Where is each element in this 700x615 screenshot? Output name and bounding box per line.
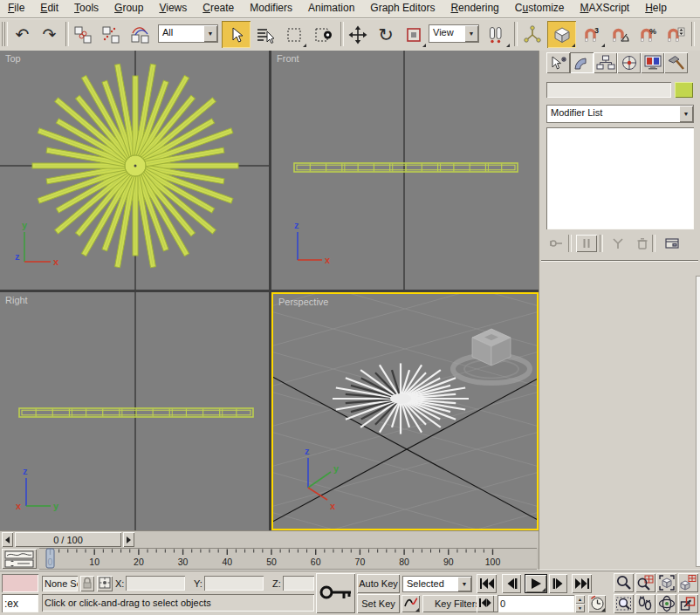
selection-lock-toggle[interactable] [80,576,94,591]
reference-coordinate-combo[interactable]: View▼ [429,24,479,43]
menu-file[interactable]: File [0,0,32,17]
z-coord-field[interactable] [283,576,314,591]
rollout-scroll-strip[interactable] [696,276,700,567]
chevron-down-icon[interactable]: ▼ [464,25,478,42]
menu-customize[interactable]: Customize [507,0,573,17]
percent-snap-button[interactable]: % [636,21,662,48]
next-frame-icon [552,577,566,590]
select-and-rotate-button[interactable]: ↻ [373,21,399,48]
zoom-region-button[interactable] [614,594,634,613]
maxscript-listener-pink[interactable] [2,574,38,592]
track-bar-ruler[interactable]: 0102030405060708090100 [39,548,537,570]
set-key-button[interactable]: Set Key [357,594,400,613]
viewport-perspective[interactable]: zyx Perspective [271,292,539,530]
menu-group[interactable]: Group [106,0,151,17]
frame-spinner[interactable]: ▲ ▼ [575,595,585,612]
time-slider-prev-button[interactable] [2,532,13,547]
arc-rotate-button[interactable] [656,594,676,613]
current-frame-field[interactable]: 0 [498,595,574,612]
default-tangent-button[interactable] [401,595,420,612]
snaps-toggle-button[interactable] [547,21,576,48]
select-and-manipulate-button[interactable] [518,21,546,48]
key-mode-toggle[interactable] [477,595,494,612]
viewport-label-front[interactable]: Front [277,53,299,64]
menu-edit[interactable]: Edit [32,0,66,17]
next-frame-button[interactable] [549,574,567,593]
menu-views[interactable]: Views [151,0,195,17]
go-to-start-button[interactable] [477,574,497,593]
snap-3d-button[interactable]: 3 [579,21,606,48]
y-coord-field[interactable] [204,576,264,591]
tab-hierarchy[interactable] [594,52,617,73]
open-mini-curve-editor-button[interactable] [2,549,37,569]
pin-stack-button[interactable] [546,235,567,252]
maxscript-listener-white[interactable]: :ex [2,594,38,612]
auto-key-button[interactable]: Auto Key [357,574,400,593]
time-slider-handle[interactable]: 0 / 100 [15,532,121,547]
chevron-down-icon[interactable]: ▼ [679,106,693,122]
time-slider-value: 0 / 100 [53,535,83,545]
key-scope-dropdown[interactable]: Selected ▼ [402,576,472,592]
undo-button[interactable]: ↶ [10,21,35,48]
zoom-all-button[interactable] [635,573,655,592]
play-button[interactable] [525,574,547,593]
zoom-extents-button[interactable] [656,573,676,592]
go-to-end-button[interactable] [572,574,592,593]
spinner-down-icon[interactable]: ▼ [575,604,585,612]
use-pivot-point-center-button[interactable] [481,21,511,48]
select-by-name-button[interactable] [252,21,278,48]
show-end-result-button[interactable] [576,235,597,252]
menu-maxscript[interactable]: MAXScript [573,0,638,17]
viewport-top[interactable]: yxz Top [0,51,269,290]
chevron-down-icon[interactable]: ▼ [203,25,217,42]
menu-modifiers[interactable]: Modifiers [242,0,300,17]
zoom-button[interactable] [614,573,634,592]
object-name-field[interactable] [546,82,671,98]
selection-filter-combo[interactable]: All▼ [158,24,218,43]
tab-utilities[interactable] [664,52,688,73]
redo-button[interactable]: ↷ [37,21,62,48]
tab-display[interactable] [641,52,664,73]
tab-create[interactable] [546,52,570,73]
x-coord-field[interactable] [126,576,185,591]
bind-to-space-warp-button[interactable] [126,21,154,48]
tab-motion[interactable] [617,52,641,73]
angle-snap-button[interactable] [607,21,635,48]
spinner-up-icon[interactable]: ▲ [575,595,585,604]
modifier-list-dropdown[interactable]: Modifier List ▼ [546,105,694,123]
viewport-right[interactable]: zyx Right [0,292,269,530]
menu-rendering[interactable]: Rendering [443,0,506,17]
rectangular-selection-region-button[interactable] [280,21,307,48]
viewport-label-top[interactable]: Top [5,53,21,64]
chevron-down-icon[interactable]: ▼ [457,577,471,591]
unlink-selection-button[interactable] [98,21,124,48]
menu-animation[interactable]: Animation [300,0,362,17]
maximize-viewport-toggle-button[interactable] [678,594,698,613]
remove-modifier-button[interactable] [632,235,653,252]
tab-modify[interactable] [570,52,594,73]
menu-help[interactable]: Help [637,0,675,17]
modifier-stack[interactable] [546,127,694,229]
absolute-mode-toggle[interactable] [97,576,113,591]
make-unique-button[interactable] [607,235,628,252]
window-crossing-button[interactable] [309,21,338,48]
viewport-front[interactable]: zx Front [271,51,539,290]
set-keys-button[interactable] [316,573,355,613]
previous-frame-button[interactable] [502,574,521,593]
menu-create[interactable]: Create [195,0,242,17]
pan-view-button[interactable] [635,594,655,613]
time-slider-next-button[interactable] [123,532,134,547]
time-configuration-button[interactable] [588,595,606,612]
select-object-button[interactable] [222,21,250,48]
menu-graph-editors[interactable]: Graph Editors [362,0,443,17]
configure-modifier-sets-button[interactable] [662,235,683,252]
viewport-label-perspective[interactable]: Perspective [278,297,328,307]
viewport-label-right[interactable]: Right [5,295,28,305]
zoom-extents-all-button[interactable] [678,573,698,592]
select-and-link-button[interactable] [70,21,96,48]
menu-tools[interactable]: Tools [66,0,106,17]
object-color-swatch[interactable] [675,82,693,98]
select-and-scale-button[interactable] [401,21,427,48]
select-and-move-button[interactable] [344,21,371,48]
spinner-snap-button[interactable] [663,21,689,48]
